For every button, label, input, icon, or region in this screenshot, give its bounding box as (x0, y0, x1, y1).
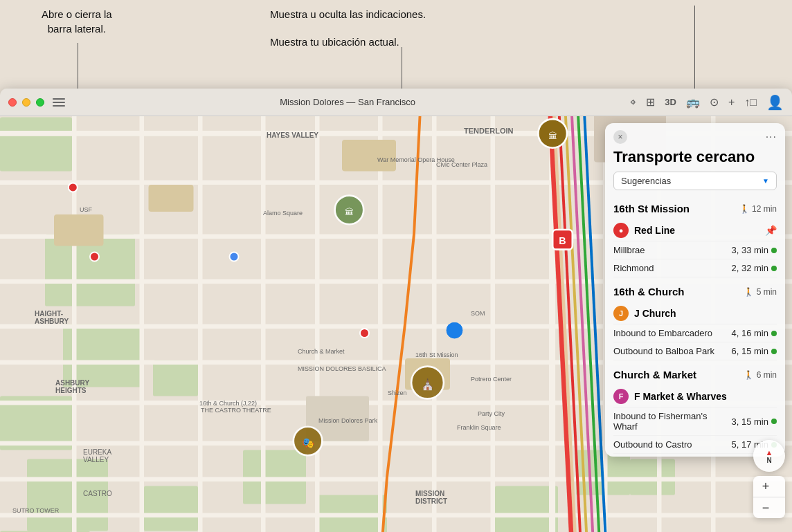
transit-row-millbrae[interactable]: Millbrae 3, 33 min (613, 241, 777, 259)
transit-row-embarcadero[interactable]: Inbound to Embarcadero 4, 16 min (613, 324, 777, 342)
dropdown-label: Sugerencias (621, 176, 671, 186)
annotation-line-left (78, 43, 78, 89)
transit-row-richmond[interactable]: Richmond 2, 32 min (613, 259, 777, 277)
sidebar-toggle-button[interactable] (53, 98, 65, 107)
route-name-f-market: F Market & Wharves (634, 391, 777, 402)
svg-rect-26 (72, 116, 77, 532)
panel-close-button[interactable]: × (613, 130, 627, 144)
transit-icon[interactable]: 🚌 (686, 95, 700, 109)
time-fishermans: 3, 15 min (732, 416, 777, 427)
plus-icon[interactable]: + (728, 96, 735, 109)
compass-widget[interactable]: ▲ N (753, 440, 785, 472)
section-walk-church: 🚶 5 min (744, 287, 777, 297)
realtime-indicator (771, 349, 777, 354)
compass-label: N (766, 457, 771, 464)
realtime-indicator (771, 266, 777, 271)
annotation-area: Abre o cierra la barra lateral. Muestra … (0, 0, 792, 89)
svg-point-65 (69, 183, 78, 192)
transit-row-balboa[interactable]: Outbound to Balboa Park 6, 15 min (613, 342, 777, 360)
svg-rect-5 (27, 459, 108, 531)
svg-rect-8 (153, 360, 198, 396)
section-title: 16th St Mission (613, 203, 690, 214)
maximize-button[interactable] (36, 98, 44, 107)
svg-rect-24 (0, 513, 792, 518)
avatar-icon[interactable]: 👤 (766, 94, 784, 111)
realtime-indicator (771, 248, 777, 253)
route-row-red-line[interactable]: ● Red Line 📌 (613, 219, 777, 241)
svg-text:⛪: ⛪ (421, 378, 435, 391)
destination-millbrae: Millbrae (613, 245, 645, 255)
route-name-red-line: Red Line (634, 225, 765, 236)
section-header-16th-mission: 16th St Mission 🚶 12 min (613, 203, 777, 214)
svg-text:🎭: 🎭 (302, 437, 314, 449)
pin-icon: 📌 (765, 225, 777, 236)
route-name-j-church: J Church (634, 308, 777, 319)
svg-rect-23 (0, 477, 792, 482)
panel-menu-button[interactable]: ··· (766, 131, 777, 143)
svg-rect-1 (0, 118, 72, 172)
route-row-f-market[interactable]: F F Market & Wharves (613, 385, 777, 407)
close-button[interactable] (8, 98, 17, 107)
time-balboa: 6, 15 min (732, 346, 777, 356)
route-row-j-church[interactable]: J J Church (613, 302, 777, 324)
annotation-line-center (402, 47, 402, 89)
annotation-center-top: Muestra u oculta las indicaciones. (270, 7, 426, 21)
map-container[interactable]: B ⛪ 🎭 🏛 🏛 HAYES VALLEY HAIGHT-ASHBURY AS… (0, 116, 792, 532)
route-badge-red: ● (613, 223, 629, 238)
filter-dropdown[interactable]: Sugerencias ▼ (613, 172, 777, 190)
layers-icon[interactable]: ⊞ (646, 95, 655, 109)
zoom-controls: + − (753, 476, 785, 518)
destination-castro: Outbound to Castro (613, 439, 692, 450)
time-millbrae: 3, 33 min (732, 245, 777, 255)
threed-button[interactable]: 3D (665, 97, 676, 107)
svg-rect-28 (198, 116, 203, 532)
transit-row-fishermans[interactable]: Inbound to Fisherman's Wharf 3, 15 min (613, 407, 777, 436)
annotation-left: Abre o cierra la barra lateral. (42, 7, 112, 36)
zoom-in-button[interactable]: + (753, 476, 778, 497)
svg-text:🏛: 🏛 (345, 207, 354, 217)
compass-north: ▲ (766, 448, 773, 457)
destination-richmond: Richmond (613, 263, 654, 273)
svg-rect-47 (342, 140, 396, 172)
destination-balboa: Outbound to Balboa Park (613, 346, 714, 356)
svg-text:B: B (559, 235, 566, 246)
realtime-indicator (771, 331, 777, 336)
transit-section-16th-church: 16th & Church 🚶 5 min J J Church Inbound… (605, 280, 785, 363)
traffic-lights (8, 98, 44, 107)
section-header-16th-church: 16th & Church 🚶 5 min (613, 286, 777, 297)
minimize-button[interactable] (22, 98, 30, 107)
time-embarcadero: 4, 16 min (732, 328, 777, 338)
panel-header: × ··· (605, 123, 785, 148)
section-walk-market: 🚶 6 min (744, 370, 777, 380)
chevron-down-icon: ▼ (762, 177, 769, 185)
search-icon[interactable]: ⊙ (710, 95, 719, 109)
map-controls: ▲ N + − (753, 440, 785, 518)
transit-sidebar-panel: × ··· Transporte cercano Sugerencias ▼ 1… (605, 123, 785, 457)
svg-rect-27 (140, 116, 145, 532)
svg-rect-32 (432, 116, 437, 532)
svg-point-68 (360, 329, 369, 338)
svg-rect-33 (491, 116, 496, 532)
section-title-church: 16th & Church (613, 286, 685, 297)
zoom-out-button[interactable]: − (753, 497, 778, 518)
svg-rect-31 (378, 116, 383, 532)
svg-rect-45 (54, 214, 104, 246)
location-icon[interactable]: ⌖ (630, 96, 636, 109)
time-richmond: 2, 32 min (732, 263, 777, 273)
svg-rect-7 (144, 486, 198, 531)
realtime-indicator (771, 419, 777, 424)
section-title-market: Church & Market (613, 369, 696, 380)
route-badge-f: F (613, 389, 629, 404)
svg-rect-30 (315, 116, 320, 532)
svg-point-67 (230, 253, 239, 262)
svg-rect-46 (149, 185, 194, 212)
svg-point-56 (447, 323, 462, 338)
route-badge-j: J (613, 306, 629, 321)
annotation-line-right (694, 6, 695, 89)
share-icon[interactable]: ↑□ (744, 96, 757, 109)
transit-row-castro[interactable]: Outbound to Castro 5, 17 min (613, 436, 777, 454)
destination-fishermans: Inbound to Fisherman's Wharf (613, 411, 710, 432)
section-walk-time: 🚶 12 min (739, 204, 777, 214)
svg-text:🏛: 🏛 (548, 131, 557, 141)
transit-section-16th-mission: 16th St Mission 🚶 12 min ● Red Line 📌 Mi… (605, 197, 785, 280)
